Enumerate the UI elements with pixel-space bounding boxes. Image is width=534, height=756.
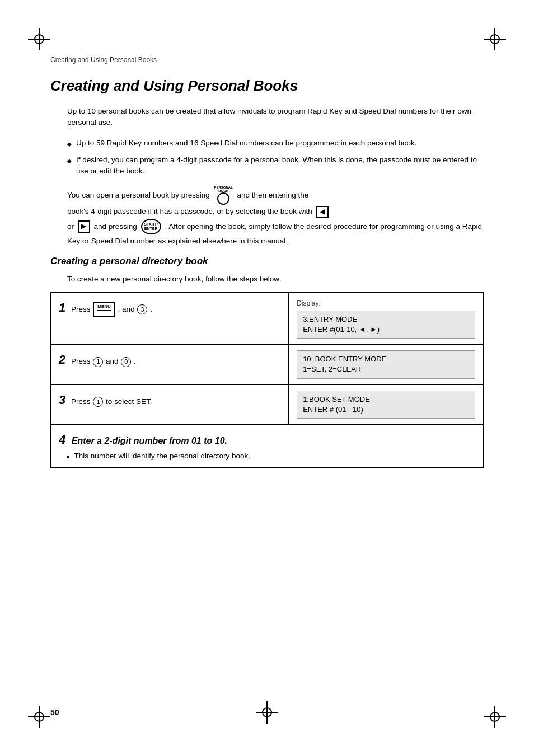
menu-key-label: MENU (97, 303, 111, 311)
step-number-1: 1 (59, 300, 65, 314)
start-enter-icon: START/ENTER (141, 219, 161, 234)
open-book-text-3: book's 4-digit passcode if it has a pass… (67, 207, 312, 215)
circled-3: 3 (137, 304, 147, 314)
step-3-display-line-2: ENTER # (01 - 10) (303, 405, 469, 415)
page-title: Creating and Using Personal Books (50, 77, 484, 95)
step-1-press: Press (71, 305, 92, 313)
arrow-right-icon: ▶ (78, 220, 90, 233)
step-2-period: . (134, 357, 136, 365)
corner-mark-br (484, 706, 506, 728)
step-2-press: Press (71, 357, 92, 365)
step-2-display-line-2: 1=SET, 2=CLEAR (303, 364, 469, 374)
step-3-suffix: to select SET. (106, 397, 152, 406)
step-2-display: 10: BOOK ENTRY MODE 1=SET, 2=CLEAR (297, 350, 475, 378)
subsection-title: Creating a personal directory book (50, 256, 484, 267)
and-pressing-text: and pressing (94, 222, 139, 230)
step-2-and: and (106, 357, 120, 365)
breadcrumb: Creating and Using Personal Books (50, 56, 484, 64)
bullet-item-2: ◆ If desired, you can program a 4-digit … (67, 154, 484, 177)
bullet-text-1: Up to 59 Rapid Key numbers and 16 Speed … (76, 138, 417, 149)
step-1-display-line-2: ENTER #(01-10, ◄, ►) (303, 325, 469, 335)
step-3-display-line-1: 1:BOOK SET MODE (303, 395, 469, 405)
step-1-display-line-1: 3:ENTRY MODE (303, 314, 469, 325)
circled-0-step2: 0 (121, 357, 131, 367)
step-2-right: 10: BOOK ENTRY MODE 1=SET, 2=CLEAR (289, 345, 484, 384)
step-4-title-text: Enter a 2-digit number from 01 to 10. (72, 436, 227, 445)
step-3-display: 1:BOOK SET MODE ENTER # (01 - 10) (297, 391, 475, 419)
circled-1-step2: 1 (93, 357, 103, 367)
step-4-area: 4 Enter a 2-digit number from 01 to 10. … (50, 425, 484, 468)
open-book-text-2: and then entering the (237, 191, 309, 199)
intro-text: Up to 10 personal books can be created t… (67, 106, 484, 129)
bottom-center-mark (256, 701, 278, 725)
step-1-display-label: Display: (297, 298, 475, 308)
subsection-intro: To create a new personal directory book,… (67, 275, 484, 283)
personal-book-label: PERSONALBOOK (214, 186, 232, 192)
corner-mark-bl (28, 706, 50, 728)
circled-1-step3: 1 (93, 397, 103, 407)
menu-key: MENU (93, 302, 115, 317)
personal-book-icon: PERSONALBOOK (214, 186, 232, 205)
step-row-3: 3 Press 1 to select SET. 1:BOOK SET MODE… (51, 384, 484, 424)
bullet-item-1: ◆ Up to 59 Rapid Key numbers and 16 Spee… (67, 138, 484, 149)
step-number-3: 3 (59, 393, 65, 407)
open-book-text-1: You can open a personal book by pressing (67, 191, 210, 199)
step-1-period: . (150, 305, 152, 313)
bullet-diamond-2: ◆ (67, 157, 72, 165)
steps-table: 1 Press MENU , and 3 . Display: 3:ENTRY … (50, 292, 484, 425)
bullet-text-2: If desired, you can program a 4-digit pa… (76, 154, 484, 177)
step-1-right: Display: 3:ENTRY MODE ENTER #(01-10, ◄, … (289, 292, 484, 344)
step-3-left: 3 Press 1 to select SET. (51, 384, 289, 424)
arrow-left-icon: ◀ (316, 206, 329, 218)
personal-book-circle (217, 192, 229, 205)
bullet-diamond-1: ◆ (67, 140, 72, 148)
open-book-para: You can open a personal book by pressing… (67, 186, 484, 248)
step-1-left: 1 Press MENU , and 3 . (51, 292, 289, 344)
step-number-4: 4 (59, 433, 65, 447)
open-book-text-4: or (67, 222, 74, 230)
step-4-bullet-text: This number will identify the personal d… (74, 452, 250, 460)
step-number-2: 2 (59, 353, 65, 367)
step-2-display-line-1: 10: BOOK ENTRY MODE (303, 354, 469, 364)
step-row-1: 1 Press MENU , and 3 . Display: 3:ENTRY … (51, 292, 484, 344)
step-4-title: 4 Enter a 2-digit number from 01 to 10. (59, 433, 475, 447)
step-3-press: Press (71, 397, 92, 406)
bullet-list: ◆ Up to 59 Rapid Key numbers and 16 Spee… (67, 138, 484, 177)
corner-mark-tl (28, 28, 50, 50)
step-1-display: 3:ENTRY MODE ENTER #(01-10, ◄, ►) (297, 311, 475, 339)
step-row-2: 2 Press 1 and 0 . 10: BOOK ENTRY MODE 1=… (51, 345, 484, 384)
step-3-right: 1:BOOK SET MODE ENTER # (01 - 10) (289, 384, 484, 424)
page-number: 50 (50, 708, 59, 717)
step-4-bullet-dot: • (67, 453, 70, 462)
step-1-comma: , and (118, 305, 137, 313)
step-2-left: 2 Press 1 and 0 . (51, 345, 289, 384)
corner-mark-tr (484, 28, 506, 50)
step-4-bullet: • This number will identify the personal… (67, 452, 475, 462)
